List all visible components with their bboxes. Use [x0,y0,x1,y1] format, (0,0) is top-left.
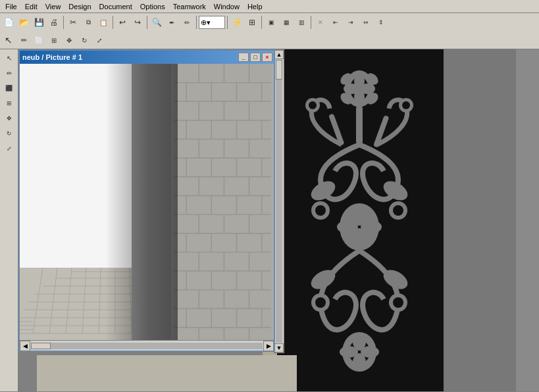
window-maximize-button[interactable]: □ [250,53,261,62]
sep2 [113,16,113,29]
sep6 [261,16,262,29]
window-minimize-button[interactable]: _ [238,53,249,62]
resize-tool[interactable]: ⤢ [92,33,107,47]
svg-point-29 [315,205,326,216]
window-title-buttons: _ □ × [238,53,272,62]
picture-window-title: neub / Picture # 1 [22,53,82,61]
floral-pattern-svg [276,49,444,391]
eyedrop-button[interactable]: ✒ [165,15,179,30]
undo-button[interactable]: ↩ [115,15,130,30]
picture-window-hscroll: ◀ ▶ [20,340,274,351]
zoom-value: ⊕ [201,18,207,27]
side-tool-4[interactable]: ⊞ [2,96,16,110]
side-tool-6[interactable]: ↻ [2,126,16,141]
picture-window-content [20,64,274,340]
toolbar-row-1: 📄 📂 💾 🖨 ✂ ⧉ 📋 ↩ ↪ 🔍 ✒ ✏ ⊕▾ ⚡ ⊞ ▣ ▦ ▥ ✕ ⇤… [0,13,539,32]
tb-icon3[interactable]: ▣ [264,15,278,30]
vscroll-track[interactable] [276,60,282,343]
picture-window-vscroll: ▲ ▼ [274,49,284,353]
svg-point-41 [361,346,379,358]
tb-icon6[interactable]: ✕ [313,15,328,30]
picture-window-titlebar: neub / Picture # 1 _ □ × [20,51,274,64]
paste-button[interactable]: 📋 [96,15,111,30]
side-tool-2[interactable]: ✏ [2,66,16,80]
tb-icon5[interactable]: ▥ [294,15,309,30]
svg-rect-65 [174,64,271,340]
menu-view[interactable]: View [41,1,65,12]
cut-button[interactable]: ✂ [66,15,80,30]
brick-floor-svg [20,268,132,340]
vscroll-up-button[interactable]: ▲ [274,50,284,59]
new-button[interactable]: 📄 [1,15,16,30]
hscroll-track[interactable] [31,343,263,349]
svg-point-6 [359,84,375,94]
arrow-tool[interactable]: ↖ [1,33,16,47]
svg-point-33 [315,297,326,308]
toolbar-area: 📄 📂 💾 🖨 ✂ ⧉ 📋 ↩ ↪ 🔍 ✒ ✏ ⊕▾ ⚡ ⊞ ▣ ▦ ▥ ✕ ⇤… [0,13,539,49]
zoom-button[interactable]: 🔍 [149,15,164,30]
rotate-tool[interactable]: ↻ [77,33,91,47]
right-scene [263,49,539,391]
table-tool[interactable]: ⊞ [47,33,61,47]
menu-file[interactable]: File [1,1,21,12]
center-gray-wall [132,64,171,340]
tb-icon7[interactable]: ⇤ [328,15,343,30]
svg-point-45 [402,101,410,109]
viewport-area: neub / Picture # 1 _ □ × [18,49,539,391]
redo-button[interactable]: ↪ [130,15,145,30]
tb-icon4[interactable]: ▦ [279,15,294,30]
pencil-tool[interactable]: ✏ [16,33,31,47]
zoom-dropdown[interactable]: ⊕▾ [199,16,225,29]
sep3 [147,16,147,29]
menu-teamwork[interactable]: Teamwork [169,1,210,12]
sep4 [196,16,197,29]
svg-point-35 [393,297,403,308]
print-button[interactable]: 🖨 [47,15,61,30]
floral-panel [276,49,444,391]
menu-design[interactable]: Design [64,1,95,12]
side-tool-3[interactable]: ⬛ [2,81,16,95]
menu-window[interactable]: Window [210,1,244,12]
left-toolbar: ↖ ✏ ⬛ ⊞ ✥ ↻ ⤢ [0,49,18,391]
hscroll-left-button[interactable]: ◀ [20,341,30,351]
sep5 [227,16,228,29]
main-area: ↖ ✏ ⬛ ⊞ ✥ ↻ ⤢ [0,49,539,391]
side-tool-7[interactable]: ⤢ [2,141,16,156]
open-button[interactable]: 📂 [16,15,31,30]
save-button[interactable]: 💾 [32,15,46,30]
svg-point-40 [340,346,358,358]
tb-icon1[interactable]: ⚡ [230,15,244,30]
mover-tool[interactable]: ✥ [62,33,76,47]
tb-icon2[interactable]: ⊞ [245,15,259,30]
menu-bar: File Edit View Design Document Options T… [0,0,539,13]
svg-point-43 [309,101,317,109]
pen-button[interactable]: ✏ [180,15,194,30]
eraser-tool[interactable]: ⬜ [32,33,46,47]
tb-icon9[interactable]: ⇔ [359,15,373,30]
svg-point-31 [393,205,403,216]
vscroll-down-button[interactable]: ▼ [274,343,284,353]
side-tool-5[interactable]: ✥ [2,111,16,126]
menu-document[interactable]: Document [95,1,136,12]
vscroll-thumb[interactable] [276,60,282,80]
right-brick-wall [171,64,274,340]
copy-button[interactable]: ⧉ [81,15,95,30]
sep7 [311,16,311,29]
tb-icon8[interactable]: ⇥ [344,15,358,30]
menu-help[interactable]: Help [244,1,267,12]
side-tool-1[interactable]: ↖ [2,51,16,65]
menu-options[interactable]: Options [136,1,169,12]
right-wall-strip [516,49,539,391]
hscroll-right-button[interactable]: ▶ [263,341,274,351]
hscroll-thumb[interactable] [31,343,51,349]
svg-point-5 [344,84,359,94]
floor-bg [37,355,297,391]
toolbar-row-2: ↖ ✏ ⬜ ⊞ ✥ ↻ ⤢ [0,32,539,49]
sep1 [63,16,64,29]
tb-icon10[interactable]: ⇕ [374,15,388,30]
brick-scene [20,64,274,340]
menu-edit[interactable]: Edit [21,1,41,12]
window-close-button[interactable]: × [262,53,272,62]
svg-rect-11 [356,105,363,145]
picture-window: neub / Picture # 1 _ □ × [18,49,275,352]
